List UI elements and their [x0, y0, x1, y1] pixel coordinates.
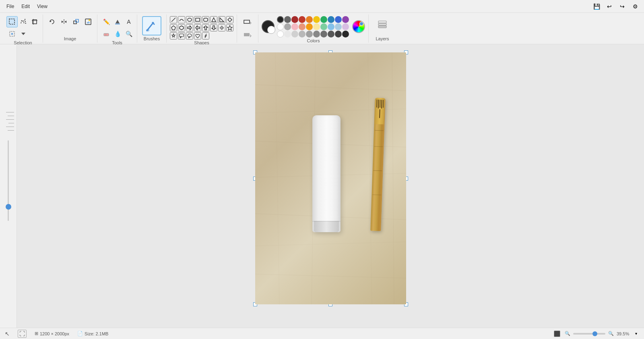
view-menu[interactable]: View — [34, 2, 51, 11]
image-import-button[interactable] — [83, 16, 94, 27]
flip-button[interactable] — [58, 16, 70, 27]
shape-rtriangle[interactable] — [218, 16, 225, 23]
zoom-slider[interactable] — [573, 333, 605, 335]
foreground-color[interactable] — [262, 20, 275, 33]
outline-dropdown[interactable] — [239, 16, 256, 27]
shape-downarrow[interactable] — [210, 24, 217, 31]
layers-button[interactable] — [374, 16, 391, 34]
color-row3-10[interactable] — [342, 31, 349, 37]
color-row3-5[interactable] — [306, 31, 313, 37]
canvas-viewport[interactable] — [17, 44, 644, 328]
eraser-button[interactable] — [101, 28, 112, 40]
zoom-controls: 🔍 🔍 39.5% ▾ — [564, 330, 639, 338]
color-row3-3[interactable] — [291, 31, 298, 37]
color-picker-button[interactable] — [352, 20, 365, 33]
zoom-in-button[interactable]: 🔍 — [607, 330, 615, 338]
undo-button[interactable]: ↩ — [604, 1, 615, 12]
color-yellow[interactable] — [313, 16, 320, 23]
shape-rrect[interactable] — [202, 16, 209, 23]
fill-button[interactable] — [112, 16, 123, 27]
select-free-button[interactable] — [18, 16, 29, 27]
shape-rightarrow[interactable] — [186, 24, 193, 31]
resize-button[interactable] — [70, 16, 82, 27]
svg-rect-13 — [115, 23, 120, 25]
shape-diamond[interactable] — [226, 16, 233, 23]
shape-callout-oval[interactable] — [186, 32, 193, 40]
color-mgray[interactable] — [284, 23, 291, 30]
shape-hexagon[interactable] — [178, 24, 185, 31]
shape-lightning[interactable] — [202, 32, 209, 40]
svg-rect-14 — [104, 33, 109, 36]
text-button[interactable]: A — [123, 16, 134, 27]
color-orange[interactable] — [306, 16, 313, 23]
color-pick-button[interactable]: 💧 — [112, 28, 123, 40]
shape-line[interactable] — [170, 16, 177, 23]
color-pink-light[interactable] — [291, 23, 298, 30]
color-row3-4[interactable] — [299, 31, 305, 37]
color-brown[interactable] — [291, 16, 298, 23]
fill-dropdown[interactable] — [239, 29, 256, 40]
file-menu[interactable]: File — [3, 2, 17, 11]
shape-pentagon[interactable] — [170, 24, 177, 31]
shape-callout-rect[interactable] — [178, 32, 185, 40]
canvas-area — [0, 44, 644, 328]
zoom-tool-button[interactable]: 🔍 — [123, 28, 134, 40]
select-rect-button[interactable] — [6, 16, 18, 27]
color-skyblue[interactable] — [328, 23, 334, 30]
color-dgray[interactable] — [284, 16, 291, 23]
rotate-button[interactable] — [46, 16, 58, 27]
select-crop-button[interactable] — [29, 16, 40, 27]
settings-button[interactable]: ⚙ — [630, 1, 641, 12]
select-dropdown[interactable] — [18, 28, 29, 40]
zoom-slider-thumb[interactable] — [592, 331, 597, 336]
svg-marker-31 — [227, 25, 232, 30]
color-salmon[interactable] — [299, 23, 305, 30]
shape-oval[interactable] — [186, 16, 193, 23]
save-button[interactable]: 💾 — [591, 1, 602, 12]
shapes-section: Shapes — [167, 15, 237, 43]
color-cream[interactable] — [313, 23, 320, 30]
zoom-dropdown-button[interactable]: ▾ — [633, 330, 639, 338]
brushes-main-button[interactable] — [142, 16, 161, 35]
shape-6star[interactable] — [170, 32, 177, 40]
color-indigo[interactable] — [335, 16, 342, 23]
status-bar: ↖ ⛶ ⊞ 1200 × 2000px 📄 Size: 2.1MB 🔍 🔍 39… — [0, 328, 644, 339]
shape-uparrow[interactable] — [202, 24, 209, 31]
color-green[interactable] — [320, 16, 327, 23]
vertical-zoom-thumb[interactable] — [6, 204, 11, 210]
color-row3-6[interactable] — [313, 31, 320, 37]
edit-menu[interactable]: Edit — [18, 2, 33, 11]
color-row3-8[interactable] — [328, 31, 334, 37]
color-row3-2[interactable] — [284, 31, 291, 37]
cursor-tool-status[interactable]: ↖ — [5, 331, 10, 337]
color-purple[interactable] — [342, 16, 349, 23]
color-black[interactable] — [277, 16, 284, 23]
svg-rect-33 — [180, 34, 184, 37]
shape-heart[interactable] — [194, 32, 201, 40]
shape-leftarrow[interactable] — [194, 24, 201, 31]
shapes-row3 — [170, 32, 233, 40]
title-bar-actions: 💾 ↩ ↪ ⚙ — [591, 1, 641, 12]
shape-curve[interactable] — [178, 16, 185, 23]
color-row3-7[interactable] — [320, 31, 327, 37]
fit-to-window-button[interactable]: ⛶ — [18, 330, 27, 338]
zoom-out-button[interactable]: 🔍 — [564, 330, 572, 338]
color-white[interactable] — [277, 23, 284, 30]
shape-starburst[interactable] — [226, 24, 233, 31]
pencil-button[interactable]: ✏️ — [101, 16, 112, 27]
select-magic-button[interactable] — [6, 28, 18, 40]
color-row3-1[interactable] — [277, 31, 284, 37]
color-red[interactable] — [299, 16, 305, 23]
color-amber[interactable] — [306, 23, 313, 30]
color-display-status — [554, 331, 560, 337]
color-lightblue[interactable] — [335, 23, 342, 30]
color-mint[interactable] — [320, 23, 327, 30]
shape-rect[interactable] — [194, 16, 201, 23]
color-row3-9[interactable] — [335, 31, 342, 37]
color-lavender[interactable] — [342, 23, 349, 30]
shape-4arrow[interactable] — [218, 24, 225, 31]
svg-marker-25 — [171, 26, 175, 30]
color-blue[interactable] — [328, 16, 334, 23]
redo-button[interactable]: ↪ — [617, 1, 628, 12]
shape-triangle[interactable] — [210, 16, 217, 23]
